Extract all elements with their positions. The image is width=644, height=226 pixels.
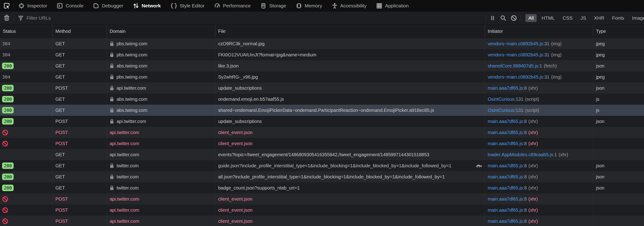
request-row[interactable]: POST api.twitter.com client_event.json m…	[0, 127, 644, 138]
request-row[interactable]: POST api.twitter.com client_event.json m…	[0, 204, 644, 215]
debugger-icon	[93, 3, 99, 9]
request-row[interactable]: 200 GET twitter.com guide.json?include_p…	[0, 160, 644, 171]
column-header-file[interactable]: File	[215, 25, 485, 38]
lock-icon	[110, 74, 114, 80]
tab-memory[interactable]: Memory	[291, 0, 327, 11]
filter-funnel-icon	[18, 15, 24, 21]
initiator-link[interactable]: main.aaa7df65.js	[488, 86, 523, 91]
lock-icon	[110, 85, 114, 91]
file-cell: Sy2whRG-_x96.jpg	[215, 71, 485, 83]
type-cell	[593, 138, 644, 149]
column-header-method[interactable]: Method	[53, 25, 107, 38]
initiator-link[interactable]: main.aaa7df65.js	[488, 174, 523, 179]
type-cell: js	[593, 105, 644, 116]
initiator-link[interactable]: vendors~main.c0892b45.js	[488, 74, 543, 80]
initiator-line-number: :8	[523, 141, 527, 146]
domain-text: api.twitter.com	[110, 152, 139, 157]
request-row[interactable]: POST api.twitter.com client_event.json m…	[0, 193, 644, 204]
domain-text: api.twitter.com	[110, 218, 139, 224]
column-header-domain[interactable]: Domain	[107, 25, 215, 38]
request-row[interactable]: 200 GET abs.twimg.com shared~ondemand.Em…	[0, 105, 644, 116]
initiator-link[interactable]: main.aaa7df65.js	[488, 218, 523, 224]
column-header-type[interactable]: Type	[593, 25, 644, 38]
type-cell: json	[593, 83, 644, 94]
tab-accessibility[interactable]: Accessibility	[327, 0, 372, 11]
request-row[interactable]: GET api.twitter.com events?topic=/tweet_…	[0, 149, 644, 160]
file-cell: client_event.json	[215, 204, 485, 215]
initiator-link[interactable]: vendors~main.c0892b45.js	[488, 41, 543, 46]
status-cell: 304	[0, 49, 53, 60]
clear-requests-button[interactable]	[0, 12, 14, 25]
request-row[interactable]: 200 POST api.twitter.com update_subscrip…	[0, 116, 644, 127]
type-filter-css[interactable]: CSS	[560, 14, 576, 22]
initiator-link[interactable]: main.aaa7df65.js	[488, 119, 523, 124]
tab-debugger[interactable]: Debugger	[88, 0, 128, 11]
initiator-line-number: :8	[523, 207, 527, 212]
domain-cell: api.twitter.com	[107, 127, 215, 138]
method-cell: POST	[53, 215, 107, 226]
blocked-icon	[2, 129, 8, 136]
tab-inspector[interactable]: Inspector	[14, 0, 52, 11]
request-row[interactable]: 200 GET abs.twimg.com ondemand.emoji.en.…	[0, 94, 644, 105]
tab-storage[interactable]: Storage	[256, 0, 291, 11]
initiator-link[interactable]: OsintCurious	[488, 97, 514, 102]
filter-urls-input[interactable]	[26, 15, 165, 21]
request-row[interactable]: 304 GET pbs.twimg.com FKI0O12VUAIUmJt?fo…	[0, 49, 644, 60]
column-header-initiator[interactable]: Initiator	[485, 25, 593, 38]
initiator-cell: sharedCore.899407d5.js:1(fetch)	[485, 60, 593, 71]
request-row[interactable]: 304 GET pbs.twimg.com czO9RC3k_normal.jp…	[0, 38, 644, 49]
pick-element-button[interactable]	[0, 0, 14, 11]
request-row[interactable]: 200 GET abs.twimg.com like.3.json shared…	[0, 60, 644, 71]
initiator-link[interactable]: main.aaa7df65.js	[488, 196, 523, 201]
type-filter-js[interactable]: JS	[578, 14, 589, 22]
initiator-cause: (script)	[525, 108, 539, 113]
file-cell: shared~ondemand.EmojiPickerData~ondemand…	[215, 105, 485, 116]
tab-application[interactable]: Application	[372, 0, 414, 11]
pause-recording-button[interactable]	[487, 12, 498, 25]
tab-performance[interactable]: Performance	[209, 0, 256, 11]
type-filter-xhr[interactable]: XHR	[591, 14, 607, 22]
request-row[interactable]: 200 GET twitter.com all.json?include_pro…	[0, 171, 644, 182]
search-icon	[500, 15, 506, 21]
initiator-cell: main.aaa7df65.js:8(xhr)	[485, 171, 593, 182]
request-row[interactable]: 304 GET pbs.twimg.com Sy2whRG-_x96.jpg v…	[0, 71, 644, 83]
status-cell: 200	[0, 171, 53, 182]
initiator-link[interactable]: main.aaa7df65.js	[488, 207, 523, 212]
initiator-cause: (xhr)	[528, 218, 538, 224]
initiator-cause: (xhr)	[528, 86, 538, 91]
tab-style-editor[interactable]: Style Editor	[166, 0, 209, 11]
type-filter-html[interactable]: HTML	[538, 14, 558, 22]
domain-text: abs.twimg.com	[116, 63, 147, 69]
search-requests-button[interactable]	[498, 12, 508, 25]
request-row[interactable]: POST api.twitter.com client_event.json m…	[0, 138, 644, 149]
column-header-status[interactable]: Status	[0, 25, 53, 38]
type-filter-all[interactable]: All	[525, 14, 537, 22]
initiator-cause: (xhr)	[528, 174, 538, 179]
request-row[interactable]: 200 GET twitter.com badge_count.json?sup…	[0, 182, 644, 193]
request-row[interactable]: POST api.twitter.com client_event.json m…	[0, 215, 644, 226]
initiator-link[interactable]: OsintCurious	[488, 108, 514, 113]
initiator-link[interactable]: loader.AppModules.c89caab5.js	[488, 152, 553, 157]
request-filter-tools: All HTML CSS JS XHR Fonts Images	[484, 12, 644, 25]
initiator-link[interactable]: main.aaa7df65.js	[488, 163, 523, 168]
initiator-line-number: :8	[523, 86, 527, 91]
file-text: like.3.json	[218, 63, 239, 69]
type-filter-images[interactable]: Images	[629, 14, 644, 22]
domain-text: twitter.com	[116, 174, 139, 179]
method-cell: POST	[53, 83, 107, 94]
tab-label: Debugger	[102, 3, 123, 9]
initiator-link[interactable]: main.aaa7df65.js	[488, 185, 523, 190]
tab-console[interactable]: Console	[52, 0, 88, 11]
initiator-cause: (xhr)	[528, 207, 538, 212]
initiator-link[interactable]: vendors~main.c0892b45.js	[488, 52, 543, 57]
method-cell: GET	[53, 105, 107, 116]
initiator-link[interactable]: sharedCore.899407d5.js	[488, 63, 538, 68]
request-row[interactable]: 200 POST api.twitter.com update_subscrip…	[0, 83, 644, 94]
type-filter-fonts[interactable]: Fonts	[609, 14, 628, 22]
tab-network[interactable]: Network	[128, 0, 166, 11]
initiator-link[interactable]: main.aaa7df65.js	[488, 141, 523, 146]
status-cell: 200	[0, 160, 53, 171]
initiator-link[interactable]: main.aaa7df65.js	[488, 130, 523, 135]
type-cell	[593, 149, 644, 160]
block-requests-button[interactable]	[508, 12, 519, 25]
